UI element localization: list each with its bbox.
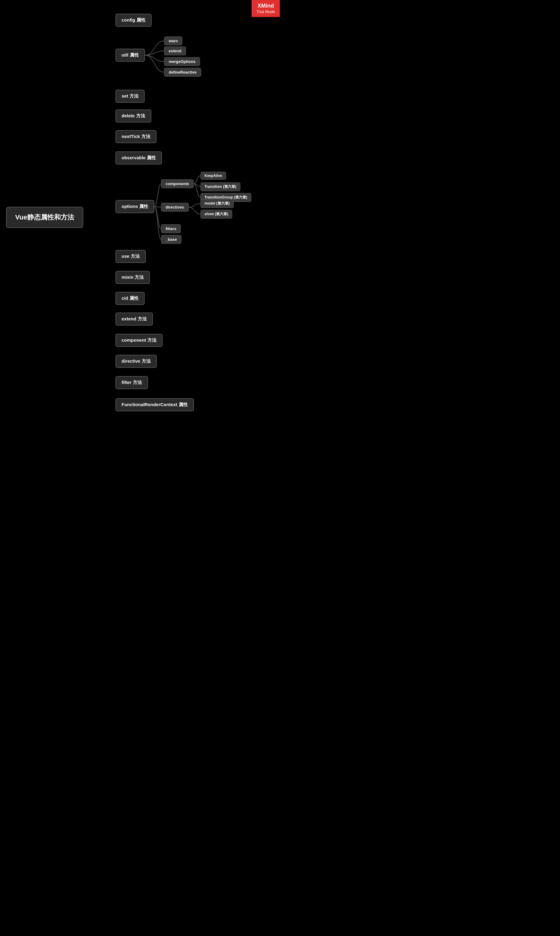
node-observable: observable 属性 [115, 151, 162, 165]
node-directive: directive 方法 [115, 355, 157, 368]
node-delete: delete 方法 [115, 109, 151, 123]
connector-lines [0, 0, 280, 468]
node-filter: filter 方法 [115, 376, 148, 389]
node-component: component 方法 [115, 334, 163, 347]
node-set: set 方法 [115, 90, 145, 103]
node-transition: Transition (第六章) [200, 182, 240, 191]
node-keepAlive: KeepAlive [200, 172, 226, 180]
node-directives-sub: directives [161, 203, 189, 212]
node-model: model (第六章) [200, 199, 234, 208]
node-cid: cid 属性 [115, 292, 145, 305]
mindmap-container: XMind Trial Mode Vue静态属性和方法 config 属性 ut… [0, 0, 280, 468]
node-defineReactive: defineReactive [164, 68, 201, 77]
node-mixin: mixin 方法 [115, 271, 150, 284]
node-config: config 属性 [115, 14, 152, 27]
node-util: util 属性 [115, 49, 145, 62]
node-use: use 方法 [115, 250, 146, 263]
xmind-title: XMind [257, 2, 275, 9]
xmind-badge: XMind Trial Mode [252, 0, 280, 17]
node-extend: extend 方法 [115, 313, 153, 326]
node-nextTick: nextTick 方法 [115, 130, 157, 143]
xmind-subtitle: Trial Mode [257, 9, 275, 15]
node-options: options 属性 [115, 200, 154, 213]
node-show: show (第六章) [200, 210, 232, 219]
node-components: components [161, 179, 194, 188]
node-extend2: extend [164, 46, 186, 55]
root-node: Vue静态属性和方法 [6, 207, 83, 228]
node-warn: warn [164, 37, 182, 45]
node-filters: filters [161, 224, 181, 233]
node-functional: FunctionalRenderContext 属性 [115, 398, 194, 411]
node-mergeOptions: mergeOptions [164, 57, 200, 66]
node-base: _base [161, 235, 182, 244]
